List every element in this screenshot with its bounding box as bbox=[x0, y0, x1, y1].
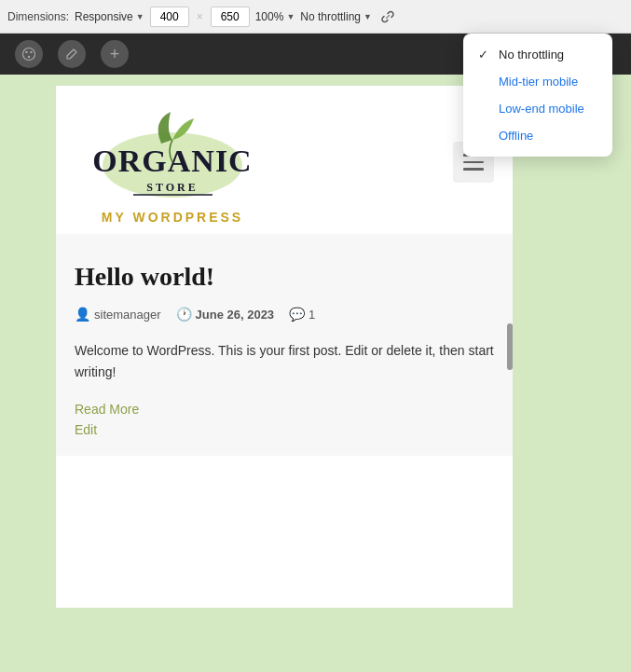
clock-icon: 🕐 bbox=[176, 307, 192, 322]
throttling-dropdown: ✓ No throttling Mid-tier mobile Low-end … bbox=[463, 34, 612, 157]
svg-text:STORE: STORE bbox=[146, 181, 198, 194]
throttling-item-mid-tier[interactable]: Mid-tier mobile bbox=[463, 68, 612, 95]
user-icon: 👤 bbox=[75, 307, 90, 322]
palette-button[interactable] bbox=[15, 40, 43, 68]
zoom-label: 100% bbox=[255, 10, 284, 23]
responsive-chevron: ▼ bbox=[136, 12, 144, 21]
scrollbar[interactable] bbox=[507, 323, 513, 370]
throttling-item-no-throttling[interactable]: ✓ No throttling bbox=[463, 41, 612, 68]
throttling-chevron: ▼ bbox=[364, 12, 372, 21]
throttling-select[interactable]: No throttling ▼ bbox=[300, 10, 372, 23]
comment-icon: 💬 bbox=[289, 307, 305, 322]
post-title: Hello world! bbox=[75, 262, 494, 292]
read-more-link[interactable]: Read More bbox=[75, 402, 494, 417]
author-name: sitemanager bbox=[94, 308, 161, 322]
logo-area: ORGANIC STORE MY WORDPRESS bbox=[75, 104, 270, 225]
zoom-chevron: ▼ bbox=[286, 12, 295, 21]
height-input[interactable] bbox=[211, 7, 250, 27]
content-area: Hello world! 👤 sitemanager 🕐 June 26, 20… bbox=[56, 234, 513, 456]
author-meta: 👤 sitemanager bbox=[75, 307, 161, 322]
chain-icon[interactable] bbox=[377, 7, 398, 27]
top-toolbar: Dimensions: Responsive ▼ × 100% ▼ No thr… bbox=[0, 0, 631, 34]
dimension-x: × bbox=[197, 10, 203, 23]
svg-point-3 bbox=[28, 56, 30, 58]
throttling-item-low-end[interactable]: Low-end mobile bbox=[463, 95, 612, 122]
site-header: ORGANIC STORE MY WORDPRESS bbox=[56, 86, 513, 234]
dimensions-label: Dimensions: bbox=[7, 10, 69, 23]
comment-count: 1 bbox=[309, 308, 315, 322]
brush-button[interactable] bbox=[58, 40, 86, 68]
responsive-label: Responsive bbox=[75, 10, 133, 23]
date-meta: 🕐 June 26, 2023 bbox=[176, 307, 275, 322]
preview-frame: ORGANIC STORE MY WORDPRESS bbox=[56, 86, 513, 608]
edit-link[interactable]: Edit bbox=[75, 422, 494, 437]
logo-svg: ORGANIC STORE bbox=[77, 104, 268, 202]
add-button[interactable]: + bbox=[101, 40, 129, 68]
hamburger-line-2 bbox=[463, 161, 484, 164]
width-input[interactable] bbox=[150, 7, 189, 27]
zoom-select[interactable]: 100% ▼ bbox=[255, 10, 295, 23]
comments-meta: 💬 1 bbox=[289, 307, 315, 322]
throttling-item-offline[interactable]: Offline bbox=[463, 122, 612, 149]
svg-point-2 bbox=[30, 51, 32, 53]
check-icon: ✓ bbox=[478, 48, 495, 62]
hamburger-line-3 bbox=[463, 168, 484, 171]
preview-area: ORGANIC STORE MY WORDPRESS bbox=[0, 75, 631, 672]
site-tagline: MY WORDPRESS bbox=[75, 210, 270, 225]
post-date: June 26, 2023 bbox=[196, 308, 275, 322]
post-meta: 👤 sitemanager 🕐 June 26, 2023 💬 1 bbox=[75, 307, 494, 322]
svg-point-1 bbox=[25, 51, 27, 53]
throttling-label: No throttling bbox=[300, 10, 361, 23]
responsive-select[interactable]: Responsive ▼ bbox=[75, 10, 144, 23]
post-excerpt: Welcome to WordPress. This is your first… bbox=[75, 340, 494, 383]
svg-point-0 bbox=[23, 48, 35, 61]
